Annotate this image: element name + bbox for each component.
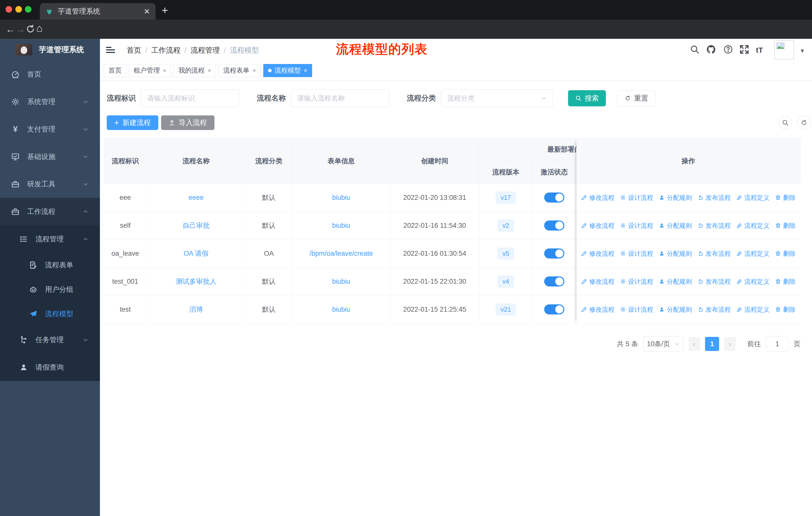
tag-process-model[interactable]: 流程模型×	[263, 64, 312, 77]
sidebar-item-system[interactable]: 系统管理	[0, 88, 100, 115]
action-link-4[interactable]: 发布流程	[697, 221, 731, 230]
tag-tenant[interactable]: 租户管理×	[129, 64, 171, 77]
forward-icon[interactable]: →	[16, 24, 25, 35]
form-info-link[interactable]: biubiu	[332, 278, 350, 286]
process-name-link[interactable]: eeee	[188, 194, 204, 201]
home-icon[interactable]: ⌂	[36, 23, 42, 34]
action-link-2[interactable]: 设计流程	[620, 305, 653, 314]
prev-page-button[interactable]: ‹	[689, 337, 700, 351]
action-link-4[interactable]: 发布流程	[697, 305, 731, 314]
next-page-button[interactable]: ›	[724, 337, 736, 351]
action-link-3[interactable]: 分配规则	[659, 193, 692, 202]
action-link-2[interactable]: 设计流程	[620, 249, 653, 258]
new-tab-button[interactable]: +	[162, 4, 168, 17]
active-toggle[interactable]	[544, 220, 564, 230]
action-link-1[interactable]: 修改流程	[581, 305, 614, 314]
search-button[interactable]: 搜索	[568, 90, 606, 106]
font-size-icon[interactable]: tT	[756, 44, 766, 54]
action-link-4[interactable]: 发布流程	[697, 249, 731, 258]
action-link-6[interactable]: 删除	[775, 305, 795, 314]
process-name-link[interactable]: 滔博	[189, 305, 203, 314]
active-toggle[interactable]	[544, 192, 564, 202]
window-minimize-button[interactable]	[16, 6, 22, 12]
show-search-button[interactable]	[779, 116, 792, 130]
create-process-button[interactable]: + 新建流程	[107, 115, 158, 130]
action-link-5[interactable]: 流程定义	[736, 277, 770, 286]
goto-page-input[interactable]	[766, 336, 789, 352]
close-icon[interactable]: ×	[253, 67, 256, 74]
back-icon[interactable]: ←	[5, 24, 15, 35]
action-link-6[interactable]: 删除	[775, 249, 795, 258]
current-page-button[interactable]: 1	[705, 337, 719, 351]
breadcrumb-process-management[interactable]: 流程管理	[191, 45, 220, 55]
breadcrumb-workflow[interactable]: 工作流程	[151, 45, 180, 55]
close-icon[interactable]: ×	[163, 67, 166, 74]
browser-tab[interactable]: 芋道管理系统 ✕	[40, 3, 155, 20]
reload-icon[interactable]	[26, 24, 35, 34]
action-link-1[interactable]: 修改流程	[581, 221, 614, 230]
sidebar-collapse-icon[interactable]	[106, 45, 115, 53]
form-info-link[interactable]: biubiu	[332, 194, 350, 201]
action-link-3[interactable]: 分配规则	[659, 249, 692, 258]
category-select[interactable]: 流程分类	[441, 89, 553, 107]
sidebar-item-workflow[interactable]: 工作流程	[0, 198, 100, 225]
app-logo[interactable]: 芋道管理系统	[0, 39, 100, 60]
process-name-link[interactable]: 自己审批	[182, 221, 210, 230]
action-link-5[interactable]: 流程定义	[736, 305, 770, 314]
action-link-5[interactable]: 流程定义	[736, 193, 770, 202]
sidebar-item-home[interactable]: 首页	[0, 60, 100, 88]
tag-process-form[interactable]: 流程表单×	[219, 64, 261, 77]
action-link-2[interactable]: 设计流程	[620, 277, 653, 286]
help-icon[interactable]	[723, 44, 733, 54]
page-size-select[interactable]: 10条/页	[643, 336, 684, 352]
close-icon[interactable]: ×	[208, 67, 211, 74]
action-link-3[interactable]: 分配规则	[659, 221, 692, 230]
action-link-3[interactable]: 分配规则	[659, 277, 692, 286]
github-icon[interactable]	[706, 44, 716, 54]
tag-home[interactable]: 首页	[104, 64, 126, 77]
avatar[interactable]	[775, 40, 794, 59]
process-name-link[interactable]: 测试多审批人	[176, 277, 216, 286]
action-link-1[interactable]: 修改流程	[581, 249, 614, 258]
active-toggle[interactable]	[544, 248, 564, 259]
tag-my-process[interactable]: 我的流程×	[174, 64, 216, 77]
action-link-2[interactable]: 设计流程	[620, 193, 653, 202]
action-link-5[interactable]: 流程定义	[736, 221, 770, 230]
sidebar-item-process-form[interactable]: 流程表单	[0, 253, 100, 277]
action-link-6[interactable]: 删除	[775, 277, 795, 286]
form-info-link[interactable]: /bpm/oa/leave/create	[309, 250, 373, 257]
action-link-6[interactable]: 删除	[775, 193, 795, 202]
active-toggle[interactable]	[544, 304, 564, 315]
sidebar-item-task-management[interactable]: 任务管理	[0, 326, 100, 353]
sidebar-item-leave-query[interactable]: 请假查询	[0, 353, 100, 381]
import-process-button[interactable]: 导入流程	[161, 115, 214, 130]
sidebar-item-process-model[interactable]: 流程模型	[0, 302, 100, 326]
action-link-1[interactable]: 修改流程	[581, 277, 614, 286]
refresh-table-button[interactable]	[797, 116, 811, 130]
sidebar-item-infrastructure[interactable]: 基础设施	[0, 143, 100, 170]
reset-button[interactable]: 重置	[617, 90, 656, 106]
action-link-6[interactable]: 删除	[775, 221, 795, 230]
close-icon[interactable]: ×	[304, 67, 307, 74]
search-icon[interactable]	[690, 44, 700, 54]
tab-close-icon[interactable]: ✕	[144, 7, 150, 16]
process-name-link[interactable]: OA 请假	[183, 249, 208, 258]
process-key-input[interactable]	[141, 89, 239, 107]
action-link-4[interactable]: 发布流程	[697, 193, 731, 202]
sidebar-item-devtools[interactable]: 研发工具	[0, 170, 100, 198]
avatar-caret-icon[interactable]: ▾	[801, 47, 804, 55]
sidebar-item-process-management[interactable]: 流程管理	[0, 225, 100, 253]
action-link-2[interactable]: 设计流程	[620, 221, 653, 230]
form-info-link[interactable]: biubiu	[332, 222, 350, 229]
window-close-button[interactable]	[5, 6, 12, 12]
action-link-1[interactable]: 修改流程	[581, 193, 614, 202]
form-info-link[interactable]: biubiu	[332, 306, 350, 314]
sidebar-item-user-group[interactable]: 用户分组	[0, 277, 100, 302]
process-name-input[interactable]	[291, 89, 389, 107]
action-link-4[interactable]: 发布流程	[697, 277, 731, 286]
window-zoom-button[interactable]	[25, 6, 31, 12]
action-link-5[interactable]: 流程定义	[736, 249, 770, 258]
active-toggle[interactable]	[544, 276, 564, 287]
fullscreen-icon[interactable]	[739, 44, 749, 54]
sidebar-item-payment[interactable]: ¥ 支付管理	[0, 115, 100, 143]
